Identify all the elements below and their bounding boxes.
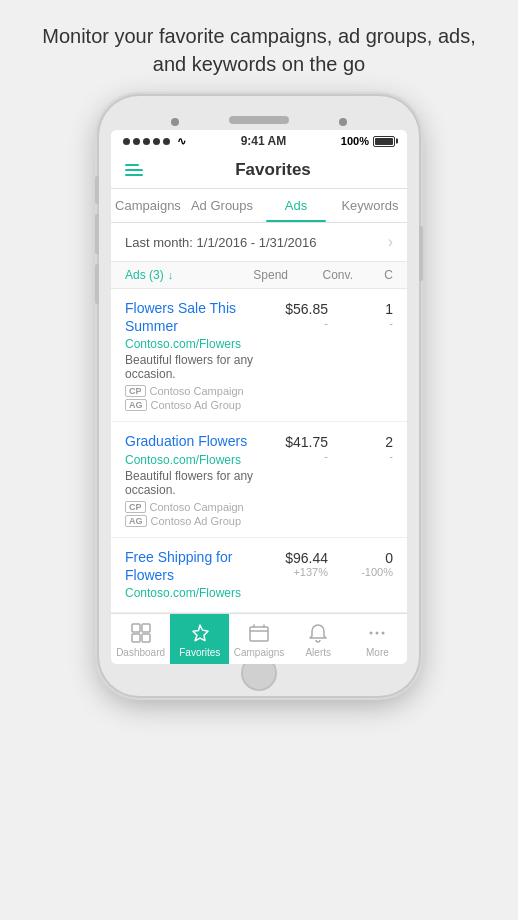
ad-info: Flowers Sale This Summer Contoso.com/Flo… [125, 299, 263, 411]
spend-col: $56.85 - [263, 301, 328, 329]
campaign-badge: CP [125, 501, 146, 513]
spend-value: $96.44 [263, 550, 328, 566]
adgroup-name: Contoso Ad Group [151, 399, 242, 411]
alerts-nav-icon [307, 622, 329, 644]
campaign-name: Contoso Campaign [150, 385, 244, 397]
speaker [229, 116, 289, 124]
tab-campaigns[interactable]: Campaigns [111, 189, 185, 222]
svg-rect-1 [142, 624, 150, 632]
phone-top [111, 108, 407, 130]
campaign-badge: CP [125, 385, 146, 397]
ad-title: Graduation Flowers [125, 432, 263, 450]
favorites-nav-icon [189, 622, 211, 644]
sort-arrow-icon: ↓ [168, 269, 174, 281]
conv-value: 0 [328, 550, 393, 566]
menu-line-2 [125, 169, 143, 171]
campaign-meta: CP Contoso Campaign [125, 501, 263, 513]
volume-up-button [95, 214, 99, 254]
battery-icon [373, 136, 395, 147]
power-button [419, 226, 423, 281]
campaigns-nav-icon [248, 622, 270, 644]
signal-dot-3 [143, 138, 150, 145]
svg-point-7 [382, 631, 385, 634]
ad-info: Graduation Flowers Contoso.com/Flowers B… [125, 432, 263, 526]
svg-rect-4 [250, 627, 268, 641]
campaign-meta: CP Contoso Campaign [125, 385, 263, 397]
conv-sub: -100% [328, 566, 393, 578]
ad-desc: Beautiful flowers for any occasion. [125, 469, 263, 497]
adgroup-meta: AG Contoso Ad Group [125, 515, 263, 527]
ad-meta: CP Contoso Campaign AG Contoso Ad Group [125, 501, 263, 527]
volume-down-button [95, 264, 99, 304]
adgroup-meta: AG Contoso Ad Group [125, 399, 263, 411]
ad-desc: Beautiful flowers for any occasion. [125, 353, 263, 381]
dashboard-nav-icon [130, 622, 152, 644]
ad-url: Contoso.com/Flowers [125, 586, 263, 600]
signal-dot-5 [163, 138, 170, 145]
tab-keywords[interactable]: Keywords [333, 189, 407, 222]
chevron-right-icon: › [388, 233, 393, 251]
ad-url: Contoso.com/Flowers [125, 337, 263, 351]
conv-sub: - [328, 317, 393, 329]
spend-col: $41.75 - [263, 434, 328, 462]
bottom-nav-more[interactable]: More [348, 614, 407, 664]
bottom-nav-dashboard[interactable]: Dashboard [111, 614, 170, 664]
menu-icon[interactable] [125, 164, 143, 176]
conv-value: 1 [328, 301, 393, 317]
spend-sub: - [263, 450, 328, 462]
ad-url: Contoso.com/Flowers [125, 453, 263, 467]
adgroup-badge: AG [125, 515, 147, 527]
svg-rect-2 [132, 634, 140, 642]
extra-col-header: C [353, 268, 393, 282]
spend-col: $96.44 +137% [263, 550, 328, 578]
tab-ads[interactable]: Ads [259, 189, 333, 222]
ad-values: $41.75 - 2 - [263, 432, 393, 462]
status-bar: ∿ 9:41 AM 100% [111, 130, 407, 152]
alerts-nav-label: Alerts [305, 647, 331, 658]
svg-point-6 [376, 631, 379, 634]
bottom-nav-alerts[interactable]: Alerts [289, 614, 348, 664]
phone-screen: ∿ 9:41 AM 100% Favorites Campaigns Ad Gr… [111, 130, 407, 664]
date-range-label: Last month: 1/1/2016 - 1/31/2016 [125, 235, 317, 250]
favorites-nav-label: Favorites [179, 647, 220, 658]
bottom-nav: Dashboard Favorites Campaigns Alerts Mor… [111, 613, 407, 664]
adgroup-name: Contoso Ad Group [151, 515, 242, 527]
ad-title: Flowers Sale This Summer [125, 299, 263, 335]
ad-row[interactable]: Flowers Sale This Summer Contoso.com/Flo… [111, 289, 407, 422]
conv-col: 0 -100% [328, 550, 393, 578]
battery-fill [375, 138, 393, 145]
more-nav-icon [366, 622, 388, 644]
spend-col-header: Spend [223, 268, 288, 282]
ad-row[interactable]: Free Shipping for Flowers Contoso.com/Fl… [111, 538, 407, 613]
date-range-bar[interactable]: Last month: 1/1/2016 - 1/31/2016 › [111, 223, 407, 262]
campaigns-nav-label: Campaigns [234, 647, 285, 658]
ad-values: $96.44 +137% 0 -100% [263, 548, 393, 578]
campaign-name: Contoso Campaign [150, 501, 244, 513]
spend-sub: +137% [263, 566, 328, 578]
conv-sub: - [328, 450, 393, 462]
table-header: Ads (3) ↓ Spend Conv. C [111, 262, 407, 289]
dashboard-nav-label: Dashboard [116, 647, 165, 658]
conv-col-header: Conv. [288, 268, 353, 282]
clock: 9:41 AM [241, 134, 287, 148]
ad-info: Free Shipping for Flowers Contoso.com/Fl… [125, 548, 263, 602]
tab-bar: Campaigns Ad Groups Ads Keywords [111, 189, 407, 223]
phone-frame: ∿ 9:41 AM 100% Favorites Campaigns Ad Gr… [99, 96, 419, 696]
svg-point-5 [370, 631, 373, 634]
ad-list: Flowers Sale This Summer Contoso.com/Flo… [111, 289, 407, 613]
ad-row[interactable]: Graduation Flowers Contoso.com/Flowers B… [111, 422, 407, 537]
column-headers: Spend Conv. C [223, 268, 393, 282]
tab-adgroups[interactable]: Ad Groups [185, 189, 259, 222]
ads-count-header[interactable]: Ads (3) ↓ [125, 268, 223, 282]
signal-area: ∿ [123, 135, 186, 148]
ad-meta: CP Contoso Campaign AG Contoso Ad Group [125, 385, 263, 411]
bottom-nav-campaigns[interactable]: Campaigns [229, 614, 288, 664]
bottom-nav-favorites[interactable]: Favorites [170, 614, 229, 664]
camera [339, 118, 347, 126]
ads-count-label: Ads (3) [125, 268, 164, 282]
signal-dot-4 [153, 138, 160, 145]
adgroup-badge: AG [125, 399, 147, 411]
sensor [171, 118, 179, 126]
spend-value: $56.85 [263, 301, 328, 317]
conv-col: 1 - [328, 301, 393, 329]
